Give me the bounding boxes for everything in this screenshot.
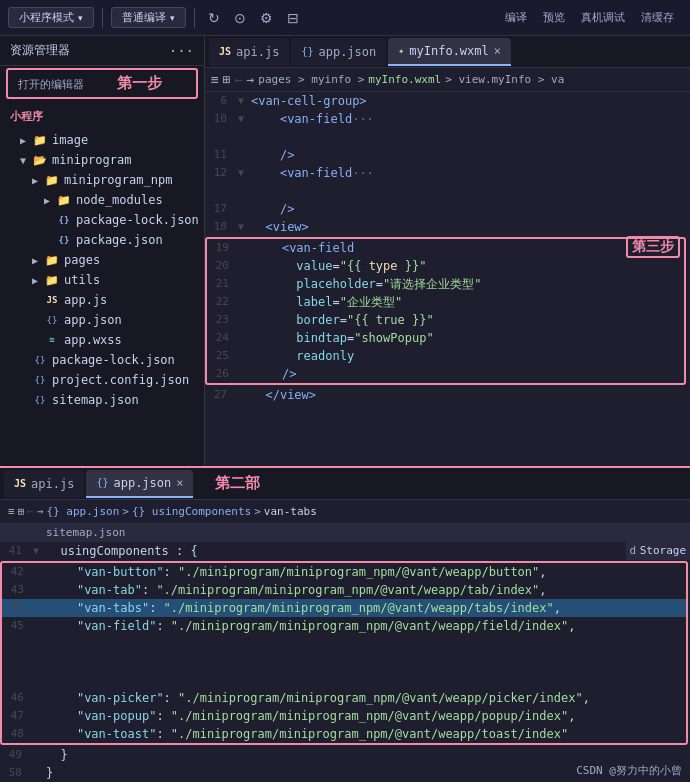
arrow-app-wxss (32, 335, 44, 346)
sidebar: 资源管理器 ··· 打开的编辑器 第一步 小程序 ▶ 📁 image ▼ 📂 m… (0, 36, 205, 466)
arrow-miniprogram-npm: ▶ (32, 175, 44, 186)
code-line-21: 21 placeholder="请选择企业类型" (207, 275, 684, 293)
tree-item-miniprogram[interactable]: ▼ 📂 miniprogram (0, 150, 204, 170)
code-line-26: 26 /> (207, 365, 684, 383)
preview-icon-btn[interactable]: ⊙ (229, 8, 251, 28)
refresh-icon: ↻ (208, 10, 220, 26)
code-line-47: 47 "van-popup": "./miniprogram/miniprogr… (2, 707, 686, 725)
tab-icon-myinfo-wxml: ✦ (398, 45, 404, 56)
tree-item-app-wxss[interactable]: ≋ app.wxss (0, 330, 204, 350)
top-toolbar: 小程序模式 ▾ 普通编译 ▾ ↻ ⊙ ⚙ ⊟ 编译 预览 真机调试 清缓存 (0, 0, 690, 36)
label-app-wxss: app.wxss (64, 333, 122, 347)
file-tree: ▶ 📁 image ▼ 📂 miniprogram ▶ 📁 miniprogra… (0, 128, 204, 412)
nav-breadcrumb-rest: > view.myInfo > va (445, 73, 564, 86)
tree-item-package-json[interactable]: {} package.json (0, 230, 204, 250)
tree-item-app-js[interactable]: JS app.js (0, 290, 204, 310)
label-project-config: project.config.json (52, 373, 189, 387)
nav-bookmark-icon[interactable]: ⊞ (223, 72, 231, 87)
tree-item-sitemap[interactable]: {} sitemap.json (0, 390, 204, 410)
code-line-48: 48 "van-toast": "./miniprogram/miniprogr… (2, 725, 686, 743)
code-line-23: 23 border="{{ true }}" (207, 311, 684, 329)
tab-app-json[interactable]: {} app.json (291, 38, 386, 66)
code-line-22: 22 label="企业类型" (207, 293, 684, 311)
code-line-25: 25 readonly (207, 347, 684, 365)
code-line-42: 42 "van-button": "./miniprogram/miniprog… (2, 563, 686, 581)
tab-bottom-api-js[interactable]: JS api.js (4, 470, 84, 498)
toolbar-label-debug[interactable]: 真机调试 (573, 8, 633, 27)
tab-icon-api-js: JS (219, 46, 231, 57)
compile-button[interactable]: 普通编译 ▾ (111, 7, 186, 28)
tab-label-bottom-api-js: api.js (31, 477, 74, 491)
toolbar-label-preview[interactable]: 预览 (535, 8, 573, 27)
tree-item-package-lock[interactable]: {} package-lock.json (0, 210, 204, 230)
code-line-12: 12 ▼ <van-field··· (205, 164, 690, 182)
arrow-sitemap (20, 395, 32, 406)
arrow-package-lock (44, 215, 56, 226)
refresh-icon-btn[interactable]: ↻ (203, 8, 225, 28)
settings-icon-btn[interactable]: ⚙ (255, 8, 278, 28)
label-package-json: package.json (76, 233, 163, 247)
icon-package-json: {} (56, 232, 72, 248)
code-line-header: sitemap.json (0, 524, 690, 542)
label-pkg-lock2: package-lock.json (52, 353, 175, 367)
arrow-miniprogram: ▼ (20, 155, 32, 166)
code-line-20: 20 value="{{ type }}" (207, 257, 684, 275)
icon-project-config: {} (32, 372, 48, 388)
main-layout: 资源管理器 ··· 打开的编辑器 第一步 小程序 ▶ 📁 image ▼ 📂 m… (0, 36, 690, 466)
tab-bottom-app-json[interactable]: {} app.json × (86, 470, 193, 498)
settings-icon: ⚙ (260, 10, 273, 26)
code-line-18: 18 ▼ <view> (205, 218, 690, 236)
nav-forward-icon[interactable]: → (246, 72, 254, 87)
breadcrumb-json: {} app.json (47, 505, 120, 518)
tab-close-bottom-app-json[interactable]: × (176, 476, 183, 490)
toolbar-label-compile[interactable]: 编译 (497, 8, 535, 27)
toolbar-label-clear[interactable]: 清缓存 (633, 8, 682, 27)
nav-icon-bookmark-bottom: ⊞ (18, 505, 25, 518)
editor-top: JS api.js {} app.json ✦ myInfo.wxml × ≡ … (205, 36, 690, 466)
tree-item-utils[interactable]: ▶ 📁 utils (0, 270, 204, 290)
tab-icon-bottom-app-json: {} (96, 477, 108, 488)
tree-item-pages[interactable]: ▶ 📁 pages (0, 250, 204, 270)
breadcrumb-using-components: {} usingComponents (132, 505, 251, 518)
label-sitemap: sitemap.json (52, 393, 139, 407)
arrow-app-js (32, 295, 44, 306)
folder-icon-npm: 📁 (44, 172, 60, 188)
code-content-top: 6 ▼ <van-cell-group> 10 ▼ <van-field··· … (205, 92, 690, 466)
tab-api-js[interactable]: JS api.js (209, 38, 289, 66)
sidebar-dots[interactable]: ··· (169, 43, 194, 59)
arrow-utils: ▶ (32, 275, 44, 286)
arrow-app-json (32, 315, 44, 326)
step3-annotation: 第三步 (626, 236, 680, 258)
icon-package-lock: {} (56, 212, 72, 228)
tree-item-project-config[interactable]: {} project.config.json (0, 370, 204, 390)
arrow-pages: ▶ (32, 255, 44, 266)
folder-icon-utils: 📁 (44, 272, 60, 288)
toolbar-separator-2 (194, 8, 195, 28)
more-icon-btn[interactable]: ⊟ (282, 8, 304, 28)
storage-label[interactable]: Storage (636, 542, 690, 560)
nav-back-bottom: ← (27, 505, 34, 518)
code-line-27: 27 </view> (205, 386, 690, 404)
compile-dropdown-arrow: ▾ (170, 13, 175, 23)
tab-close-myinfo[interactable]: × (494, 44, 501, 58)
tree-item-miniprogram-npm[interactable]: ▶ 📁 miniprogram_npm (0, 170, 204, 190)
nav-list-icon[interactable]: ≡ (211, 72, 219, 87)
mode-button[interactable]: 小程序模式 ▾ (8, 7, 94, 28)
tree-item-pkg-lock2[interactable]: {} package-lock.json (0, 350, 204, 370)
label-utils: utils (64, 273, 100, 287)
label-pages: pages (64, 253, 100, 267)
folder-icon-miniprogram: 📂 (32, 152, 48, 168)
icon-app-json: {} (44, 312, 60, 328)
breadcrumb-bottom: ≡ ⊞ ← → {} app.json > {} usingComponents… (0, 500, 690, 524)
tree-item-node-modules[interactable]: ▶ 📁 node_modules (0, 190, 204, 210)
arrow-project-config (20, 375, 32, 386)
tree-item-image[interactable]: ▶ 📁 image (0, 130, 204, 150)
icon-app-wxss: ≋ (44, 332, 60, 348)
nav-back-icon[interactable]: ← (235, 72, 243, 87)
label-miniprogram-npm: miniprogram_npm (64, 173, 172, 187)
tab-label-api-js: api.js (236, 45, 279, 59)
tab-myinfo-wxml[interactable]: ✦ myInfo.wxml × (388, 38, 511, 66)
tree-item-app-json[interactable]: {} app.json (0, 310, 204, 330)
folder-icon-image: 📁 (32, 132, 48, 148)
nav-forward-bottom: → (37, 505, 44, 518)
